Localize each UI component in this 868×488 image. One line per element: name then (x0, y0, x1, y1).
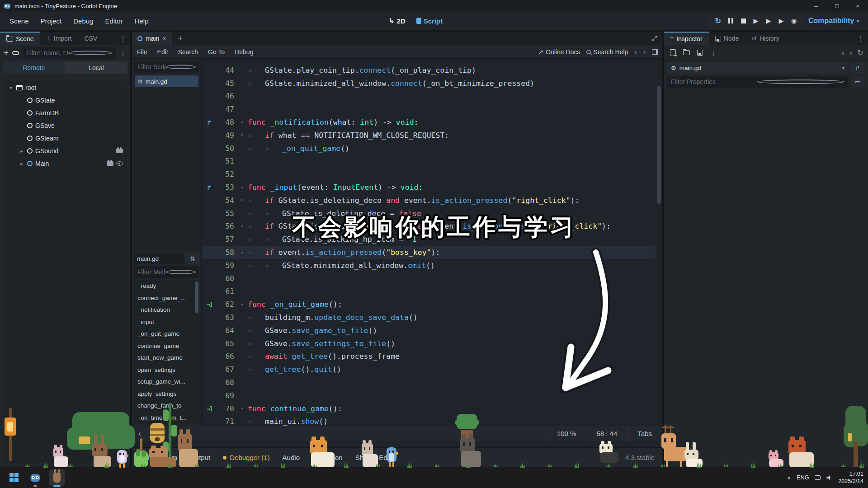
pause-button[interactable] (726, 16, 736, 26)
play-custom-scene-button[interactable]: ▶ (776, 16, 786, 26)
fold-icon[interactable]: ▾ (236, 223, 248, 230)
reload-play-button[interactable]: ↻ (713, 16, 723, 26)
edited-object-selector[interactable]: ⚙ main.gd ▾ (667, 62, 848, 74)
indent-mode[interactable]: Tabs (627, 426, 662, 441)
method-item[interactable]: continue_game (137, 343, 199, 355)
code-line-62[interactable]: →]62▾func _on_quit_game(): (202, 298, 656, 311)
filter-scripts-input[interactable]: Filter Scripts (134, 61, 199, 73)
script-menu-search[interactable]: Search (173, 48, 203, 56)
method-item[interactable]: _ready (137, 282, 199, 295)
method-item[interactable]: apply_settings (137, 390, 199, 403)
play-scene-button[interactable]: ▶ (764, 16, 774, 26)
bottom-tab-filesystem[interactable]: FileSystem (137, 448, 184, 467)
tree-node-gsound[interactable]: ▸GSound (4, 145, 127, 157)
expander-icon[interactable]: ▸ (19, 148, 24, 154)
code-line-59[interactable]: 59»»GState.minimized_all_window.emit() (202, 259, 656, 272)
filter-methods-input[interactable]: Filter Methods (134, 266, 199, 278)
code-line-68[interactable]: 68 (202, 376, 656, 389)
tree-node-root[interactable]: ▾root (4, 81, 127, 94)
toggle-scripts-panel-icon[interactable] (652, 49, 658, 55)
script-menu-file[interactable]: File (132, 48, 152, 56)
code-line-58[interactable]: 58▾»if event.is_action_pressed("boss_key… (202, 246, 656, 259)
camera-icon[interactable] (107, 161, 113, 166)
fold-icon[interactable]: ▾ (236, 405, 248, 412)
open-docs-button[interactable]: ↱ (851, 62, 864, 74)
tab-node[interactable]: Node (709, 32, 745, 45)
fold-icon[interactable]: ▾ (236, 249, 248, 256)
taskbar-godot-app[interactable] (27, 469, 43, 486)
menu-help[interactable]: Help (129, 17, 155, 25)
save-resource-icon[interactable] (695, 49, 704, 57)
code-line-52[interactable]: 52 (202, 168, 656, 181)
tree-node-farmdb[interactable]: FarmDB (4, 107, 127, 119)
new-resource-icon[interactable] (668, 49, 677, 57)
new-tab-button[interactable]: + (172, 34, 189, 43)
menu-editor[interactable]: Editor (99, 17, 128, 25)
menu-project[interactable]: Project (35, 17, 68, 25)
code-line-66[interactable]: 66»await get_tree().process_frame (202, 350, 656, 363)
speaker-icon[interactable] (826, 475, 832, 480)
eye-visibility-icon[interactable] (116, 161, 123, 166)
scroll-tabs-left-icon[interactable]: ‹ (132, 429, 147, 438)
resource-extra-icon[interactable]: ⋮ (709, 49, 718, 57)
tab-csv[interactable]: CSV (78, 32, 104, 45)
taskbar-tinypasture-app[interactable] (49, 469, 65, 486)
scene-extra-options-icon[interactable]: ⋮ (119, 49, 127, 57)
code-line-49[interactable]: 49▾»if what == NOTIFICATION_WM_CLOSE_REQ… (202, 129, 656, 142)
method-item[interactable]: _notification (137, 306, 199, 319)
code-line-46[interactable]: 46 (202, 90, 656, 103)
code-line-45[interactable]: 45»GState.minimized_all_window.connect(_… (202, 77, 656, 90)
instantiate-scene-icon[interactable] (12, 51, 19, 55)
fold-icon[interactable]: ▾ (236, 184, 248, 191)
tree-node-gsteam[interactable]: GSteam (4, 132, 127, 145)
expander-icon[interactable]: ▸ (19, 161, 24, 167)
movie-maker-button[interactable]: ◉ (789, 16, 799, 26)
code-line-67[interactable]: 67»get_tree().quit() (202, 363, 656, 376)
code-line-50[interactable]: 50»»_on_quit_game() (202, 142, 656, 155)
code-line-61[interactable]: 61 (202, 285, 656, 298)
code-line-51[interactable]: 51 (202, 155, 656, 168)
renderer-selector[interactable]: Compatibility▾ (808, 12, 859, 30)
remote-tab[interactable]: Remote (3, 61, 65, 74)
search-help-button[interactable]: Search Help (586, 48, 628, 56)
code-line-44[interactable]: 44»GState.play_coin_tip.connect(_on_play… (202, 64, 656, 77)
code-line-53[interactable]: ↱53▾func _input(event: InputEvent) -> vo… (202, 181, 656, 194)
code-line-64[interactable]: 64»GSave.save_game_to_file() (202, 324, 656, 337)
fold-icon[interactable]: ▾ (236, 301, 248, 308)
online-docs-button[interactable]: ↗Online Docs (538, 48, 580, 56)
code-line-54[interactable]: 54▾»if GState.is_deleting_deco and event… (202, 194, 656, 207)
minimize-button[interactable]: ─ (806, 0, 826, 12)
camera-icon[interactable] (116, 149, 123, 153)
script-item-main-gd[interactable]: ⚙ main.gd (135, 75, 198, 87)
code-line-47[interactable]: 47 (202, 103, 656, 116)
scene-filter-input[interactable]: Filter: name, t:type, g (23, 47, 116, 59)
bottom-tab-shader-editor[interactable]: Shader Editor (349, 448, 403, 467)
tray-expand-icon[interactable]: ∧ (787, 475, 791, 481)
network-icon[interactable] (815, 475, 821, 480)
bottom-tab-animation[interactable]: Animation (306, 448, 349, 467)
code-scrollbar[interactable] (657, 86, 661, 204)
fold-icon[interactable]: ▾ (236, 197, 248, 203)
close-button[interactable]: × (847, 0, 868, 12)
taskbar-clock[interactable]: 17:01 2025/2/14 (838, 470, 863, 485)
history-back-icon[interactable]: ‹ (842, 49, 844, 57)
script-menu-goto[interactable]: Go To (203, 48, 230, 56)
bottom-tab-output[interactable]: Output (184, 448, 217, 467)
tab-main[interactable]: main × (132, 32, 172, 45)
history-forward-icon[interactable]: › (643, 48, 646, 56)
code-line-69[interactable]: 69 (202, 389, 656, 402)
tab-import[interactable]: ⇩ Import (40, 32, 78, 45)
method-item[interactable]: _on_quit_game (137, 330, 199, 343)
method-item[interactable]: change_farm_to (137, 402, 199, 414)
sort-methods-button[interactable]: ⇅ (186, 253, 199, 264)
history-back-icon[interactable]: ‹ (634, 48, 637, 56)
dock-options-icon[interactable]: ⋮ (116, 32, 130, 45)
code-line-63[interactable]: 63»building_m.update_deco_save_data() (202, 311, 656, 324)
remote-debug-button[interactable]: ▶ (751, 16, 761, 26)
zoom-level[interactable]: 100 % (547, 426, 586, 441)
tab-inspector[interactable]: ≡ Inspector (664, 32, 709, 45)
fold-icon[interactable]: ▾ (236, 132, 248, 138)
bottom-tab-debugger-1-[interactable]: Debugger (1) (217, 448, 276, 467)
script-menu-edit[interactable]: Edit (152, 48, 173, 56)
tree-node-gsave[interactable]: GSave (4, 119, 127, 132)
